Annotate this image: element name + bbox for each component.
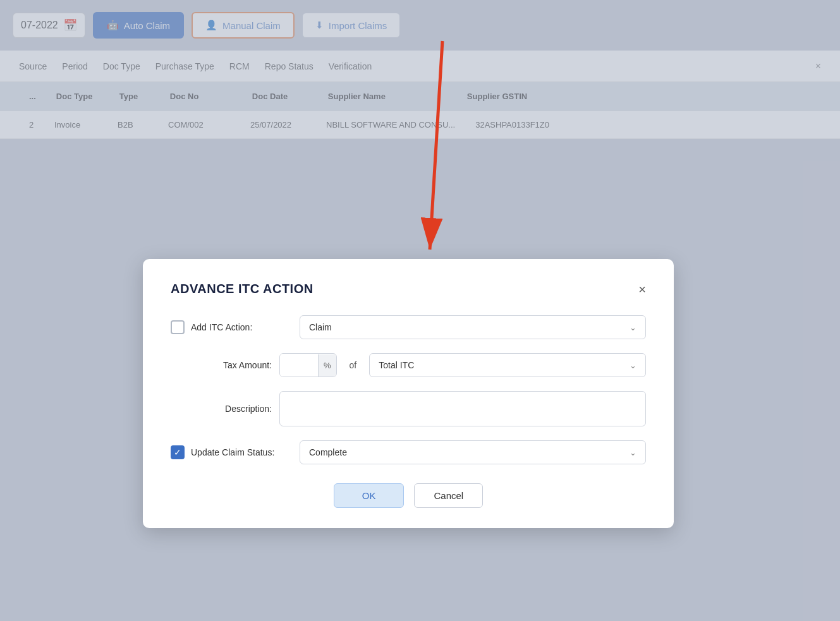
total-itc-value: Total ITC	[379, 360, 414, 370]
tax-percent-input-wrap: %	[279, 353, 337, 377]
add-itc-select[interactable]: Claim ⌄	[300, 315, 646, 339]
update-claim-chevron: ⌄	[630, 448, 636, 457]
description-label: Description:	[171, 404, 272, 414]
description-row: Description:	[171, 391, 646, 426]
update-claim-checkbox-wrap: ✓ Update Claim Status:	[171, 445, 292, 459]
add-itc-row: Add ITC Action: Claim ⌄	[171, 315, 646, 339]
update-claim-checkbox[interactable]: ✓	[171, 445, 185, 459]
percent-symbol: %	[318, 354, 336, 377]
add-itc-checkbox[interactable]	[171, 320, 185, 334]
total-itc-select[interactable]: Total ITC ⌄	[369, 353, 646, 377]
tax-percent-input[interactable]	[280, 354, 318, 377]
total-itc-chevron: ⌄	[630, 361, 636, 370]
advance-itc-dialog: ADVANCE ITC ACTION × Add ITC Action: Cla…	[143, 259, 674, 528]
update-claim-label: Update Claim Status:	[191, 447, 292, 457]
dialog-footer: OK Cancel	[171, 483, 646, 508]
tax-amount-row: Tax Amount: % of Total ITC ⌄	[171, 353, 646, 377]
of-label: of	[350, 360, 357, 370]
dialog-header: ADVANCE ITC ACTION ×	[171, 282, 646, 296]
add-itc-label: Add ITC Action:	[191, 322, 292, 332]
cancel-button[interactable]: Cancel	[414, 483, 483, 508]
description-input[interactable]	[279, 391, 646, 426]
dialog-close-button[interactable]: ×	[638, 283, 646, 296]
tax-amount-label: Tax Amount:	[171, 360, 272, 370]
update-claim-select[interactable]: Complete ⌄	[300, 440, 646, 464]
dialog-title: ADVANCE ITC ACTION	[171, 282, 313, 296]
add-itc-checkbox-wrap: Add ITC Action:	[171, 320, 292, 334]
update-claim-value: Complete	[309, 447, 347, 457]
ok-button[interactable]: OK	[334, 483, 405, 508]
add-itc-value: Claim	[309, 322, 332, 332]
add-itc-chevron: ⌄	[630, 323, 636, 332]
update-claim-row: ✓ Update Claim Status: Complete ⌄	[171, 440, 646, 464]
